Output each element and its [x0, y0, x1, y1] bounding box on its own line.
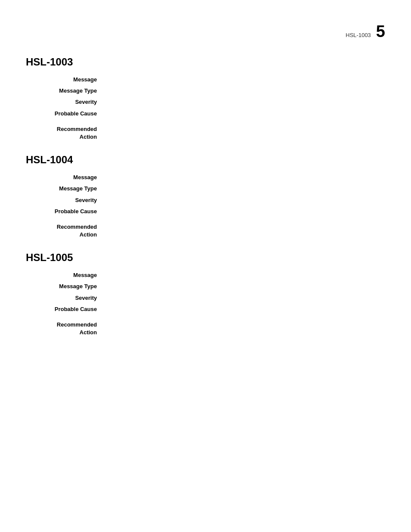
header-code: HSL-1003 [346, 32, 371, 38]
entry-hsl-1004: HSL-1004 Message Message Type Severity P… [26, 154, 385, 239]
field-message-type-1004: Message Type [26, 185, 385, 193]
entry-hsl-1005: HSL-1005 Message Message Type Severity P… [26, 252, 385, 336]
field-message-type-1003: Message Type [26, 87, 385, 95]
value-message-1005 [103, 271, 385, 279]
label-probable-cause-1003: Probable Cause [34, 110, 103, 118]
label-recommended-action-1004: RecommendedAction [34, 223, 103, 239]
field-recommended-action-1003: RecommendedAction [26, 125, 385, 141]
label-message-1003: Message [34, 76, 103, 84]
label-recommended-action-1005: RecommendedAction [34, 321, 103, 336]
label-probable-cause-1005: Probable Cause [34, 305, 103, 313]
label-message-1005: Message [34, 271, 103, 279]
field-severity-1003: Severity [26, 98, 385, 106]
page-header: HSL-1003 5 [346, 22, 385, 41]
label-message-1004: Message [34, 174, 103, 181]
value-severity-1005 [103, 294, 385, 302]
field-severity-1005: Severity [26, 294, 385, 302]
value-message-type-1005 [103, 283, 385, 290]
header-page-number: 5 [376, 22, 385, 41]
field-message-1004: Message [26, 174, 385, 181]
field-message-1003: Message [26, 76, 385, 84]
entry-title-hsl-1004: HSL-1004 [26, 154, 385, 166]
label-message-type-1004: Message Type [34, 185, 103, 193]
field-recommended-action-1004: RecommendedAction [26, 223, 385, 239]
value-message-1004 [103, 174, 385, 181]
value-message-type-1003 [103, 87, 385, 95]
field-probable-cause-1004: Probable Cause [26, 208, 385, 215]
value-probable-cause-1004 [103, 208, 385, 215]
value-message-type-1004 [103, 185, 385, 193]
value-severity-1003 [103, 98, 385, 106]
entry-title-hsl-1005: HSL-1005 [26, 252, 385, 264]
label-recommended-action-1003: RecommendedAction [34, 125, 103, 141]
value-probable-cause-1005 [103, 305, 385, 313]
label-severity-1003: Severity [34, 98, 103, 106]
page-content: HSL-1003 Message Message Type Severity P… [0, 0, 411, 336]
field-recommended-action-1005: RecommendedAction [26, 321, 385, 336]
value-recommended-action-1005 [103, 321, 385, 336]
value-probable-cause-1003 [103, 110, 385, 118]
field-severity-1004: Severity [26, 196, 385, 204]
field-probable-cause-1003: Probable Cause [26, 110, 385, 118]
label-severity-1005: Severity [34, 294, 103, 302]
label-severity-1004: Severity [34, 196, 103, 204]
field-message-1005: Message [26, 271, 385, 279]
entry-title-hsl-1003: HSL-1003 [26, 56, 385, 68]
value-recommended-action-1004 [103, 223, 385, 239]
entry-hsl-1003: HSL-1003 Message Message Type Severity P… [26, 56, 385, 141]
label-message-type-1003: Message Type [34, 87, 103, 95]
value-message-1003 [103, 76, 385, 84]
label-probable-cause-1004: Probable Cause [34, 208, 103, 215]
value-severity-1004 [103, 196, 385, 204]
value-recommended-action-1003 [103, 125, 385, 141]
label-message-type-1005: Message Type [34, 283, 103, 290]
field-probable-cause-1005: Probable Cause [26, 305, 385, 313]
field-message-type-1005: Message Type [26, 283, 385, 290]
